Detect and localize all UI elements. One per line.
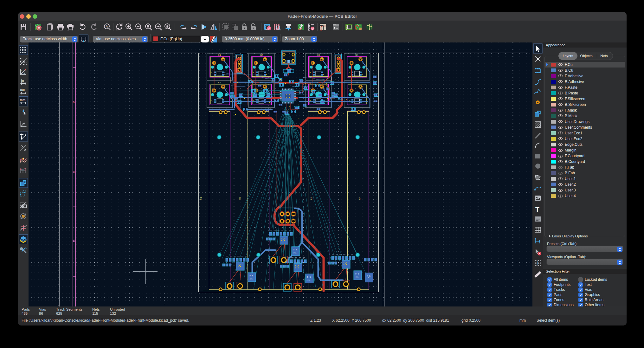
svg-text:5_8: 5_8	[367, 275, 370, 278]
svg-text:+5VA: +5VA	[306, 279, 311, 281]
svg-text:S2: S2	[260, 54, 263, 56]
svg-text:+5VA: +5VA	[355, 276, 359, 278]
svg-text:S1: S1	[218, 54, 221, 56]
svg-text:C: C	[73, 171, 75, 173]
svg-text:A: A	[106, 25, 108, 28]
svg-text:+5VA: +5VA	[293, 252, 297, 254]
svg-text:R5: R5	[310, 197, 312, 200]
svg-text:5_8: 5_8	[293, 248, 297, 251]
svg-text:mil: mil	[20, 88, 25, 92]
svg-text:T: T	[535, 206, 539, 213]
svg-text:S5: S5	[218, 81, 221, 84]
svg-text:R4: R4	[200, 197, 202, 200]
svg-text:r: r	[21, 69, 22, 71]
svg-text:5_8: 5_8	[249, 274, 253, 277]
svg-text:in: in	[21, 79, 24, 82]
svg-text:5_8: 5_8	[355, 273, 359, 275]
svg-text:R5: R5	[239, 197, 241, 200]
svg-text:mm: mm	[20, 98, 26, 102]
svg-text:θ: θ	[24, 72, 25, 74]
svg-text:S3: S3	[317, 54, 320, 56]
svg-text:+5VA: +5VA	[249, 278, 253, 280]
svg-text:S4: S4	[355, 54, 358, 56]
svg-text:5_8: 5_8	[307, 276, 311, 278]
svg-text:R7: R7	[358, 197, 361, 200]
svg-text:B: B	[73, 101, 74, 104]
